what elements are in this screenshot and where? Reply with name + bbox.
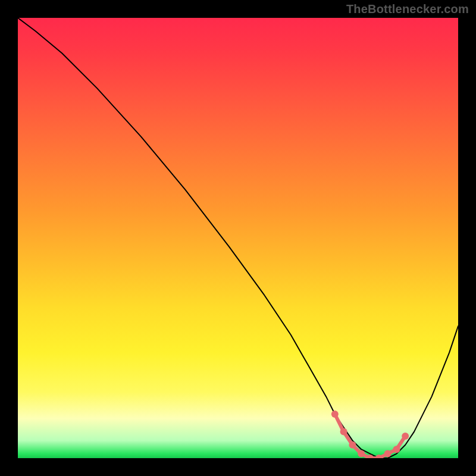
sweet-spot-marker bbox=[393, 446, 400, 453]
chart-svg bbox=[18, 18, 458, 458]
watermark-text: TheBottlenecker.com bbox=[346, 2, 469, 16]
sweet-spot-marker bbox=[349, 441, 356, 449]
sweet-spot-marker bbox=[331, 411, 339, 418]
sweet-spot-marker bbox=[340, 428, 347, 436]
bottleneck-curve-line bbox=[18, 18, 458, 458]
sweet-spot-markers bbox=[331, 411, 409, 458]
chart-frame: TheBottlenecker.com bbox=[0, 0, 476, 476]
sweet-spot-marker bbox=[384, 450, 392, 458]
sweet-spot-marker bbox=[402, 433, 409, 440]
sweet-spot-marker bbox=[358, 450, 365, 458]
plot-area bbox=[18, 18, 458, 458]
